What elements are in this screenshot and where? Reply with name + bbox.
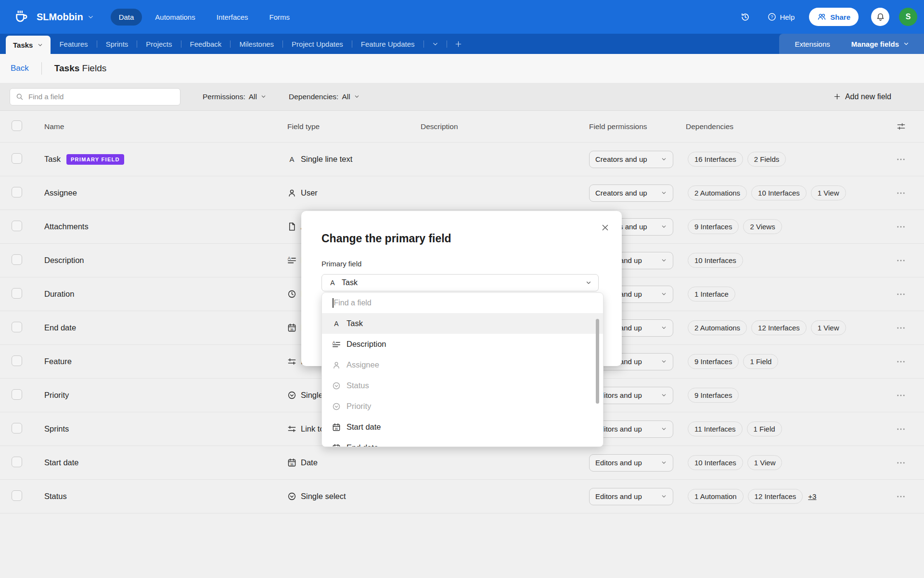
dependency-badge[interactable]: 2 Automations xyxy=(688,320,747,335)
find-field-input[interactable] xyxy=(28,92,174,101)
permission-dropdown[interactable]: Editors and up xyxy=(589,454,673,472)
permission-dropdown[interactable]: Editors and up xyxy=(589,488,673,505)
row-checkbox[interactable] xyxy=(12,457,22,467)
row-more-button[interactable] xyxy=(896,424,906,434)
file-icon xyxy=(287,222,296,231)
row-more-button[interactable] xyxy=(896,188,906,198)
row-checkbox[interactable] xyxy=(12,322,22,332)
manage-fields-button[interactable]: Manage fields xyxy=(851,40,910,48)
tab-sprints[interactable]: Sprints xyxy=(97,34,137,54)
field-option-status[interactable]: Status xyxy=(322,375,603,396)
dependency-badge[interactable]: 1 Automation xyxy=(688,489,744,504)
primary-field-badge: PRIMARY FIELD xyxy=(66,154,124,165)
permission-dropdown[interactable]: Creators and up xyxy=(589,151,673,168)
dependency-badge[interactable]: 11 Interfaces xyxy=(688,421,743,436)
dependency-badge[interactable]: 1 View xyxy=(811,320,846,335)
row-checkbox[interactable] xyxy=(12,355,22,366)
add-new-field-button[interactable]: Add new field xyxy=(834,92,891,101)
permission-dropdown[interactable]: Creators and up xyxy=(589,184,673,202)
dropdown-scrollbar[interactable] xyxy=(596,319,599,404)
field-option-assignee[interactable]: Assignee xyxy=(322,355,603,375)
dependency-badge[interactable]: 2 Views xyxy=(743,219,782,234)
tab-project-updates[interactable]: Project Updates xyxy=(283,34,352,54)
row-more-button[interactable] xyxy=(896,458,906,468)
nav-forms[interactable]: Forms xyxy=(261,9,298,26)
field-option-start-date[interactable]: 31Start date xyxy=(322,417,603,437)
dependencies-filter[interactable]: Dependencies: All xyxy=(289,92,360,101)
nav-data[interactable]: Data xyxy=(111,9,142,26)
permissions-filter-label: Permissions: xyxy=(203,92,245,101)
column-settings-sliders-icon[interactable] xyxy=(897,122,906,131)
field-option-priority[interactable]: Priority xyxy=(322,396,603,417)
dependency-badge[interactable]: 1 Field xyxy=(747,421,782,436)
row-checkbox[interactable] xyxy=(12,187,22,197)
tab-tasks[interactable]: Tasks xyxy=(6,36,51,54)
row-checkbox[interactable] xyxy=(12,389,22,400)
dependency-badge[interactable]: 9 Interfaces xyxy=(688,354,739,369)
close-icon[interactable] xyxy=(601,223,609,232)
row-checkbox[interactable] xyxy=(12,221,22,231)
dependency-badge[interactable]: 10 Interfaces xyxy=(751,185,807,200)
row-checkbox[interactable] xyxy=(12,153,22,164)
row-more-button[interactable] xyxy=(896,323,906,333)
field-name: Feature xyxy=(44,357,72,366)
dependency-badge[interactable]: 16 Interfaces xyxy=(688,152,743,167)
tab-feature-updates[interactable]: Feature Updates xyxy=(352,34,424,54)
primary-field-select[interactable]: A Task xyxy=(321,274,599,291)
dependency-badge[interactable]: 1 Interface xyxy=(688,287,735,302)
field-option-task[interactable]: ATask xyxy=(322,313,603,334)
extensions-button[interactable]: Extensions xyxy=(795,40,830,48)
permission-value: Creators and up xyxy=(595,189,647,197)
select-all-checkbox[interactable] xyxy=(12,120,22,131)
dependency-badge[interactable]: 1 View xyxy=(811,185,846,200)
back-link[interactable]: Back xyxy=(11,64,29,73)
workspace-name[interactable]: SLMobbin xyxy=(37,12,83,23)
dependency-badge[interactable]: 2 Fields xyxy=(747,152,786,167)
row-checkbox[interactable] xyxy=(12,423,22,434)
dependency-badge[interactable]: 1 View xyxy=(747,455,783,470)
share-button[interactable]: Share xyxy=(809,8,859,26)
tab-projects[interactable]: Projects xyxy=(137,34,180,54)
row-more-button[interactable] xyxy=(896,289,906,299)
tab-features[interactable]: Features xyxy=(51,34,96,54)
dependency-badge[interactable]: 10 Interfaces xyxy=(688,253,743,268)
row-more-button[interactable] xyxy=(896,492,906,501)
row-more-button[interactable] xyxy=(896,391,906,400)
dependency-badge[interactable]: 9 Interfaces xyxy=(688,219,739,234)
chevron-down-icon xyxy=(661,257,667,263)
row-more-button[interactable] xyxy=(896,222,906,232)
add-table-button[interactable] xyxy=(447,34,470,54)
more-tables-button[interactable] xyxy=(424,34,447,54)
chevron-down-icon xyxy=(661,156,667,162)
workspace-chevron-down-icon[interactable] xyxy=(87,13,94,21)
dependency-badge[interactable]: 2 Automations xyxy=(688,185,747,200)
notifications-button[interactable] xyxy=(871,8,889,26)
dependency-badge[interactable]: 12 Interfaces xyxy=(748,489,803,504)
field-option-end-date[interactable]: 31End date xyxy=(322,437,603,447)
field-option-description[interactable]: ADescription xyxy=(322,334,603,355)
dependency-extra-link[interactable]: +3 xyxy=(808,492,816,500)
row-checkbox[interactable] xyxy=(12,490,22,501)
help-button[interactable]: ? Help xyxy=(768,13,795,21)
nav-automations[interactable]: Automations xyxy=(147,9,203,26)
dropdown-search[interactable]: Find a field xyxy=(322,293,603,313)
find-field-searchbox[interactable] xyxy=(10,88,180,105)
dependency-badge[interactable]: 9 Interfaces xyxy=(688,388,739,403)
dependency-badge[interactable]: 1 Field xyxy=(743,354,778,369)
dependency-badge[interactable]: 12 Interfaces xyxy=(751,320,807,335)
workspace-logo-cup-icon[interactable] xyxy=(13,9,29,25)
row-more-button[interactable] xyxy=(896,357,906,367)
tab-milestones[interactable]: Milestones xyxy=(231,34,282,54)
history-icon[interactable] xyxy=(740,12,750,22)
row-more-button[interactable] xyxy=(896,256,906,265)
row-checkbox[interactable] xyxy=(12,254,22,265)
row-checkbox[interactable] xyxy=(12,288,22,299)
field-name: Sprints xyxy=(44,424,69,434)
dependency-badge[interactable]: 10 Interfaces xyxy=(688,455,743,470)
row-more-button[interactable] xyxy=(896,155,906,164)
nav-interfaces[interactable]: Interfaces xyxy=(208,9,257,26)
avatar[interactable]: S xyxy=(899,8,917,26)
tab-feedback[interactable]: Feedback xyxy=(181,34,231,54)
modal-title: Change the primary field xyxy=(321,232,602,245)
permissions-filter[interactable]: Permissions: All xyxy=(203,92,267,101)
